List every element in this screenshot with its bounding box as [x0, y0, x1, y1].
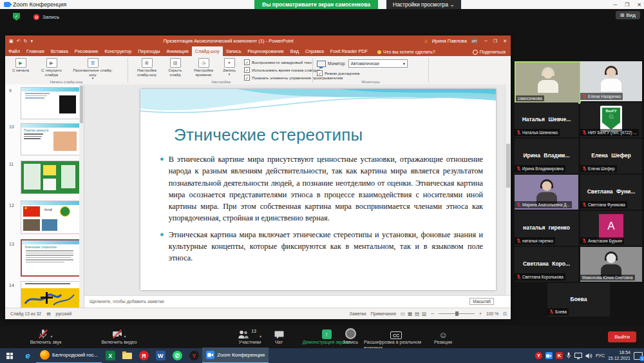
- slide-thumbnail-13-selected[interactable]: Этнические стереотипы: [21, 239, 81, 277]
- tab-draw[interactable]: Рисование: [71, 46, 102, 56]
- record-button[interactable]: Запись: [335, 328, 366, 345]
- qat-dropdown-icon[interactable]: ▾: [30, 39, 33, 44]
- participant-tile-marina[interactable]: Марина Анатольевна Д...: [515, 175, 578, 210]
- close-button[interactable]: ✕: [637, 2, 641, 8]
- zoom-slider[interactable]: [439, 313, 475, 314]
- tab-record[interactable]: Запись: [223, 46, 245, 56]
- tab-file[interactable]: Файл: [5, 46, 23, 56]
- participant-tile-korolkova[interactable]: Светлана Коро... Светлана Королькова: [515, 247, 578, 282]
- from-beginning-button[interactable]: ▶ С начала: [9, 58, 32, 73]
- slide-body[interactable]: ● В этнической картине мира присутствуют…: [160, 153, 483, 269]
- record-slideshow-button[interactable]: ● Запись ▾: [220, 58, 239, 76]
- normal-view-icon[interactable]: ▭: [401, 311, 405, 317]
- tab-transitions[interactable]: Переходы: [135, 46, 163, 56]
- tray-zoom-icon[interactable]: [545, 352, 553, 359]
- start-button[interactable]: [0, 348, 19, 363]
- participant-tile-shefer[interactable]: Елена Шефер Елена Шефер: [580, 139, 642, 173]
- chat-button[interactable]: Чат: [266, 328, 292, 345]
- language-indicator[interactable]: РУС: [596, 353, 605, 358]
- live-transcript-button[interactable]: CC Расшифровка в реальном времени: [364, 328, 428, 351]
- tell-me-box[interactable]: Что вы хотите сделать?: [377, 46, 435, 56]
- participant-tile-irina[interactable]: Ирина Владим... Ирина Владимировна: [515, 139, 578, 173]
- editor-scrollbar[interactable]: [505, 84, 511, 295]
- ppt-share-button[interactable]: Поделиться: [473, 46, 506, 56]
- sorter-view-icon[interactable]: ▦: [408, 311, 412, 317]
- tab-review[interactable]: Рецензирование: [245, 46, 287, 56]
- taskbar-zoom-window[interactable]: Zoom Конференция: [202, 348, 269, 363]
- setup-slideshow-button[interactable]: ⊞ Настройка слайд-шоу: [133, 58, 161, 77]
- start-video-button[interactable]: ▲ Включить видео: [87, 328, 151, 345]
- taskbar-explorer-button[interactable]: [118, 348, 135, 363]
- participant-tile-nazarenko[interactable]: Елена Назаренко: [580, 61, 642, 101]
- tab-design[interactable]: Конструктор: [102, 46, 135, 56]
- unmute-button[interactable]: ▲ Включить звук: [16, 328, 75, 345]
- taskbar-edge-button[interactable]: e: [19, 348, 36, 363]
- reading-view-icon[interactable]: ▤: [415, 311, 419, 317]
- tab-foxit[interactable]: Foxit Reader PDF: [327, 46, 371, 56]
- slide-thumbnail-14[interactable]: [21, 281, 80, 308]
- thumbnail-scrollbar[interactable]: [79, 84, 84, 308]
- notes-toggle[interactable]: Заметки: [350, 311, 366, 316]
- checkbox-presenter-view[interactable]: ✓ Режим докладчика: [317, 70, 359, 76]
- slideshow-view-icon[interactable]: ▥: [422, 311, 426, 317]
- taskbar-firefox-window[interactable]: Белгородский гос...: [36, 348, 102, 363]
- save-icon[interactable]: ▣: [9, 39, 14, 44]
- zoom-in-icon[interactable]: +: [479, 311, 482, 316]
- rehearse-timings-button[interactable]: ◷ Настройка времени: [190, 58, 217, 77]
- view-button[interactable]: ⊞ Вид: [616, 11, 640, 19]
- chevron-up-icon[interactable]: ▲: [259, 334, 262, 338]
- participant-tile-belgu[interactable]: БелГУ♘ НИУ БелГУ (тел. (4722) ...: [580, 103, 642, 137]
- taskbar-excel-button[interactable]: X: [102, 348, 118, 363]
- hide-slide-button[interactable]: ▨ Скрыть слайд: [164, 58, 186, 77]
- leave-meeting-button[interactable]: Выйти: [608, 331, 636, 342]
- meeting-info-shield-icon[interactable]: ✓: [13, 13, 20, 21]
- slide-title[interactable]: Этнические стереотипы: [174, 125, 363, 145]
- custom-slideshow-button[interactable]: ☰ Произвольное слайд-шоу ▾: [72, 58, 113, 81]
- chevron-up-icon[interactable]: ▲: [50, 334, 53, 338]
- action-center-icon[interactable]: 1: [634, 352, 643, 360]
- slide-thumbnail-12[interactable]: ★ Китай: [21, 201, 80, 234]
- tab-help[interactable]: Справка: [302, 46, 327, 56]
- taskbar-yandex-browser-button[interactable]: Y: [185, 348, 202, 363]
- checkbox-play-narrations[interactable]: ✓ Воспроизвести закадровый текст: [244, 59, 314, 65]
- checkbox-use-timings[interactable]: ✓ Использовать время показа слайдов: [244, 67, 320, 73]
- zoom-slider-knob[interactable]: [455, 311, 459, 316]
- redo-icon[interactable]: ↻: [24, 39, 28, 44]
- participant-tile-boeva[interactable]: Боева Боева: [547, 283, 610, 317]
- ppt-minimize-button[interactable]: ─: [484, 39, 488, 44]
- chevron-up-icon[interactable]: ▲: [124, 334, 127, 338]
- notes-zoom-button[interactable]: Масштаб: [469, 298, 494, 305]
- comments-toggle[interactable]: Примечания: [371, 311, 396, 316]
- tray-kaspersky-icon[interactable]: K: [556, 352, 563, 359]
- from-current-slide-button[interactable]: ▶ С текущего слайда: [36, 58, 67, 77]
- fit-slide-icon[interactable]: ⊡: [503, 311, 507, 317]
- tray-mic-icon[interactable]: [566, 352, 571, 359]
- account-name[interactable]: Ирина Павлова: [432, 38, 467, 44]
- undo-icon[interactable]: ↶: [17, 39, 21, 44]
- view-settings-button[interactable]: Настройки просмотра ⌄: [386, 0, 461, 9]
- tab-view[interactable]: Вид: [287, 46, 302, 56]
- slide-canvas[interactable]: Этнические стереотипы ● В этнической кар…: [140, 89, 496, 290]
- taskbar-word-button[interactable]: W: [152, 348, 169, 363]
- zoom-percentage[interactable]: 100 %: [486, 311, 498, 316]
- participant-tile-shevchenko[interactable]: Наталья Шевче... Наталья Шевченко: [515, 103, 578, 137]
- participant-tile-girenko[interactable]: наталья гиренко наталья гиренко: [515, 211, 578, 246]
- slide-thumbnail-9[interactable]: [21, 87, 80, 119]
- tab-animations[interactable]: Анимация: [163, 46, 191, 56]
- slide-thumbnail-10[interactable]: Понятие ценности: [21, 123, 80, 155]
- maximize-button[interactable]: ❐: [625, 2, 629, 8]
- taskbar-yandex-button[interactable]: Я: [135, 348, 152, 363]
- ppt-close-button[interactable]: ✕: [503, 39, 507, 44]
- notes-pane[interactable]: Щелкните, чтобы добавить заметки Масштаб: [84, 295, 511, 308]
- participant-tile-mamonova[interactable]: Мамонова Юлия Олеговна: [580, 247, 642, 282]
- tab-insert[interactable]: Вставка: [48, 46, 71, 56]
- taskbar-whatsapp-button[interactable]: ✆: [169, 348, 185, 363]
- tray-yandex-icon[interactable]: Y: [535, 352, 542, 359]
- ppt-maximize-button[interactable]: ❐: [493, 39, 497, 44]
- tab-slideshow[interactable]: Слайд-шоу: [192, 46, 223, 56]
- tray-speaker-icon[interactable]: [585, 353, 592, 359]
- slide-thumbnail-11[interactable]: [21, 161, 80, 194]
- participant-tile-samosenkova[interactable]: самосенкова: [515, 61, 581, 104]
- account-avatar[interactable]: ИП: [471, 37, 478, 44]
- language-indicator[interactable]: русский: [56, 311, 71, 316]
